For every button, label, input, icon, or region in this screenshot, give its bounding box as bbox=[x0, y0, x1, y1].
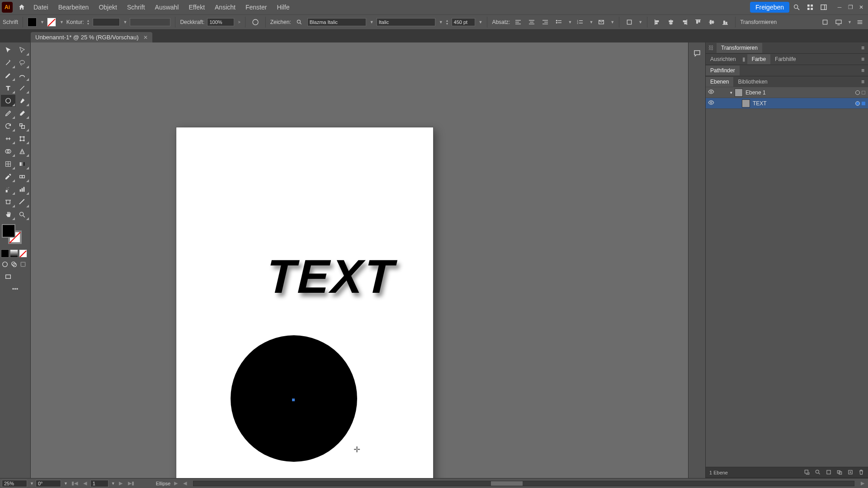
new-layer-button[interactable] bbox=[847, 469, 854, 476]
magic-wand-tool[interactable] bbox=[1, 57, 15, 69]
blend-tool[interactable] bbox=[15, 171, 30, 183]
opacity-input[interactable] bbox=[207, 18, 234, 26]
restore-button[interactable]: ❐ bbox=[845, 3, 855, 11]
tab-transform[interactable]: Transformieren bbox=[717, 43, 762, 53]
halign-right-button[interactable] bbox=[679, 17, 690, 28]
chevron-down-icon[interactable]: ▼ bbox=[439, 20, 443, 24]
rotation-input[interactable] bbox=[36, 480, 61, 487]
first-artboard-button[interactable]: ▮◀ bbox=[70, 480, 80, 486]
shaper-tool[interactable] bbox=[1, 108, 15, 119]
gpu-preview-button[interactable] bbox=[833, 17, 844, 28]
lasso-tool[interactable] bbox=[15, 57, 30, 69]
width-tool[interactable] bbox=[1, 133, 15, 145]
layer-row-ebene1[interactable]: ▾ Ebene 1 bbox=[706, 87, 868, 98]
draw-inside[interactable] bbox=[19, 260, 27, 268]
arrange-docs-button[interactable] bbox=[804, 1, 816, 14]
pen-tool[interactable] bbox=[1, 70, 15, 81]
line-tool[interactable] bbox=[15, 82, 30, 94]
align-right-button[interactable] bbox=[540, 17, 551, 28]
tab-libraries[interactable]: Bibliotheken bbox=[733, 77, 772, 87]
type-tool[interactable] bbox=[1, 82, 15, 94]
chevron-down-icon[interactable]: ▼ bbox=[111, 481, 115, 486]
draw-behind[interactable] bbox=[10, 260, 18, 268]
visibility-toggle[interactable] bbox=[706, 99, 717, 107]
locate-layer-button[interactable] bbox=[815, 469, 821, 476]
artboard-tool[interactable] bbox=[1, 196, 15, 208]
panel-menu-button[interactable]: ≡ bbox=[858, 67, 868, 74]
menu-datei[interactable]: Datei bbox=[29, 1, 53, 14]
scale-tool[interactable] bbox=[15, 120, 30, 132]
last-artboard-button[interactable]: ▶▮ bbox=[126, 480, 136, 486]
options-menu-button[interactable] bbox=[854, 17, 865, 28]
chevron-down-icon[interactable]: ▼ bbox=[589, 20, 593, 24]
color-mode-swatch[interactable] bbox=[1, 249, 9, 258]
graph-tool[interactable] bbox=[15, 183, 30, 195]
zoom-tool[interactable] bbox=[15, 209, 30, 221]
tab-layers[interactable]: Ebenen bbox=[706, 77, 733, 87]
menu-fenster[interactable]: Fenster bbox=[241, 1, 271, 14]
mesh-tool[interactable] bbox=[1, 158, 15, 170]
brush-tool[interactable] bbox=[15, 95, 30, 107]
tab-align[interactable]: Ausrichten bbox=[706, 54, 741, 64]
selection-tool[interactable] bbox=[1, 44, 15, 56]
minimize-button[interactable]: ─ bbox=[835, 3, 844, 11]
direct-selection-tool[interactable] bbox=[15, 44, 30, 56]
align-center-button[interactable] bbox=[526, 17, 537, 28]
menu-schrift[interactable]: Schrift bbox=[123, 1, 150, 14]
font-style-input[interactable] bbox=[377, 18, 435, 26]
font-size-input[interactable] bbox=[452, 18, 475, 26]
draw-normal[interactable] bbox=[1, 260, 9, 268]
free-transform-tool[interactable] bbox=[15, 133, 30, 145]
menu-ansicht[interactable]: Ansicht bbox=[210, 1, 240, 14]
font-name-input[interactable] bbox=[307, 18, 366, 26]
halign-center-button[interactable] bbox=[665, 17, 676, 28]
gradient-tool[interactable] bbox=[15, 158, 30, 170]
search-button[interactable] bbox=[790, 1, 803, 14]
visibility-toggle[interactable] bbox=[706, 89, 717, 96]
stroke-stepper[interactable]: ▲▼ bbox=[87, 19, 90, 25]
edit-toolbar[interactable]: ••• bbox=[1, 286, 29, 292]
chevron-down-icon[interactable]: ▼ bbox=[610, 20, 614, 24]
makeenv-button[interactable] bbox=[596, 17, 607, 28]
prev-artboard-button[interactable]: ◀ bbox=[81, 480, 89, 486]
scroll-thumb[interactable] bbox=[491, 481, 523, 486]
gradient-mode-swatch[interactable] bbox=[10, 249, 18, 258]
scroll-right-button[interactable]: ▶ bbox=[859, 480, 866, 486]
isolate-button[interactable] bbox=[820, 17, 830, 28]
valign-top-button[interactable] bbox=[693, 17, 703, 28]
scroll-left-button[interactable]: ◀ bbox=[181, 480, 189, 486]
menu-effekt[interactable]: Effekt bbox=[184, 1, 209, 14]
slice-tool[interactable] bbox=[15, 196, 30, 208]
layer-name[interactable]: Ebene 1 bbox=[745, 89, 766, 96]
layer-row-text[interactable]: TEXT bbox=[706, 98, 868, 109]
screen-mode[interactable] bbox=[1, 271, 15, 283]
symbol-sprayer-tool[interactable] bbox=[1, 183, 15, 195]
stroke-swatch[interactable] bbox=[47, 18, 56, 27]
size-stepper[interactable]: ▲▼ bbox=[446, 19, 449, 25]
comments-panel-button[interactable] bbox=[691, 47, 703, 60]
workspace-button[interactable] bbox=[817, 1, 830, 14]
valign-bottom-button[interactable] bbox=[720, 17, 731, 28]
target-button[interactable] bbox=[855, 101, 860, 106]
home-button[interactable] bbox=[15, 1, 28, 14]
shape-builder-tool[interactable] bbox=[1, 145, 15, 157]
menu-objekt[interactable]: Objekt bbox=[94, 1, 121, 14]
menu-hilfe[interactable]: Hilfe bbox=[272, 1, 294, 14]
tool-hint-caret[interactable]: ▶ bbox=[172, 480, 179, 486]
perspective-tool[interactable] bbox=[15, 145, 30, 157]
menu-bearbeiten[interactable]: Bearbeiten bbox=[54, 1, 94, 14]
align-left-button[interactable] bbox=[513, 17, 524, 28]
share-button[interactable]: Freigeben bbox=[750, 2, 789, 13]
chevron-down-icon[interactable]: ▼ bbox=[568, 20, 572, 24]
panel-menu-button[interactable]: ≡ bbox=[858, 56, 868, 62]
tab-pathfinder[interactable]: Pathfinder bbox=[706, 66, 740, 75]
target-button[interactable] bbox=[855, 90, 860, 95]
chevron-down-icon[interactable]: ▼ bbox=[123, 20, 127, 24]
number-list-button[interactable]: 12 bbox=[575, 17, 585, 28]
panel-menu-button[interactable]: ≡ bbox=[858, 79, 868, 85]
curvature-tool[interactable] bbox=[15, 70, 30, 81]
new-sublayer-button[interactable] bbox=[836, 469, 843, 476]
valign-middle-button[interactable] bbox=[706, 17, 717, 28]
chevron-down-icon[interactable]: ▼ bbox=[479, 20, 483, 24]
hand-tool[interactable] bbox=[1, 209, 15, 221]
